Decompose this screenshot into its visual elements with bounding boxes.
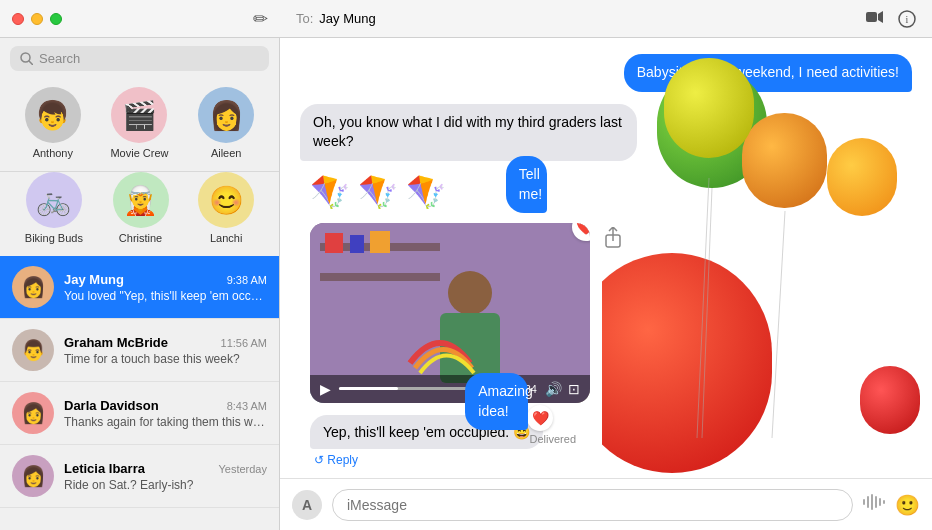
conv-name-jay-mung: Jay Mung: [64, 272, 124, 287]
messages-container: Babysitting this weekend, I need activit…: [280, 38, 932, 478]
conv-details-darla-davidson: Darla Davidson 8:43 AM Thanks again for …: [64, 398, 267, 429]
contact-name-movie-crew: Movie Crew: [110, 147, 168, 159]
recipient-bar: To: Jay Mung i: [280, 0, 932, 38]
conversation-jay-mung[interactable]: 👩 Jay Mung 9:38 AM You loved "Yep, this'…: [0, 256, 279, 319]
conv-details-graham-mcbride: Graham McBride 11:56 AM Time for a touch…: [64, 335, 267, 366]
pinned-contact-movie-crew[interactable]: 🎬 Movie Crew: [110, 87, 168, 159]
delivered-label: Delivered: [465, 433, 580, 445]
svg-rect-8: [320, 273, 440, 281]
traffic-lights: [12, 13, 62, 25]
pinned-contact-christine[interactable]: 🧝 Christine: [113, 172, 169, 244]
svg-rect-23: [883, 500, 885, 504]
conv-name-graham-mcbride: Graham McBride: [64, 335, 168, 350]
pinned-contact-lanchi[interactable]: 😊 Lanchi: [198, 172, 254, 244]
sidebar: Search 👦 Anthony 🎬 Movie Crew: [0, 38, 280, 530]
avatar-movie-crew: 🎬: [111, 87, 167, 143]
conv-avatar-darla-davidson: 👩: [12, 392, 54, 434]
search-icon: [20, 52, 33, 65]
conv-time-darla-davidson: 8:43 AM: [227, 400, 267, 412]
msg-babysitting-row: Babysitting this weekend, I need activit…: [300, 54, 912, 92]
conversation-graham-mcbride[interactable]: 👨 Graham McBride 11:56 AM Time for a tou…: [0, 319, 279, 382]
contact-name-biking-buds: Biking Buds: [25, 232, 83, 244]
emoji-button[interactable]: 🙂: [895, 493, 920, 517]
pinned-contacts-row2: 🚲 Biking Buds 🧝 Christine 😊 Lanchi: [0, 172, 279, 256]
conversation-darla-davidson[interactable]: 👩 Darla Davidson 8:43 AM Thanks again fo…: [0, 382, 279, 445]
msg-babysitting: Babysitting this weekend, I need activit…: [624, 54, 912, 92]
play-button[interactable]: ▶: [320, 381, 331, 397]
conv-name-leticia-ibarra: Leticia Ibarra: [64, 461, 145, 476]
pinned-contact-anthony[interactable]: 👦 Anthony: [25, 87, 81, 159]
share-button[interactable]: [600, 223, 626, 253]
msg-third-graders-row: Oh, you know what I did with my third gr…: [300, 104, 912, 161]
conv-avatar-graham-mcbride: 👨: [12, 329, 54, 371]
svg-rect-19: [867, 496, 869, 508]
conv-preview-darla-davidson: Thanks again for taking them this weeken…: [64, 415, 267, 429]
video-row: ▶ 0:34 🔊 ⊡ ❤️: [300, 223, 912, 403]
conv-time-leticia-ibarra: Yesterday: [218, 463, 267, 475]
conv-avatar-jay-mung: 👩: [12, 266, 54, 308]
conversation-list: 👩 Jay Mung 9:38 AM You loved "Yep, this'…: [0, 256, 279, 530]
svg-text:i: i: [906, 14, 909, 25]
amazing-idea-row: Amazing idea! Delivered: [465, 373, 580, 445]
pinned-contact-biking-buds[interactable]: 🚲 Biking Buds: [25, 172, 83, 244]
contact-name-aileen: Aileen: [211, 147, 242, 159]
svg-rect-0: [866, 12, 877, 22]
minimize-button[interactable]: [31, 13, 43, 25]
close-button[interactable]: [12, 13, 24, 25]
sticker-kite-1: 🪁: [310, 173, 350, 211]
avatar-lanchi: 😊: [198, 172, 254, 228]
pinned-contact-aileen[interactable]: 👩 Aileen: [198, 87, 254, 159]
recipient-label: To:: [296, 11, 313, 26]
header-icons: i: [866, 10, 916, 28]
avatar-aileen: 👩: [198, 87, 254, 143]
sticker-kite-2: 🪁: [358, 173, 398, 211]
conv-time-jay-mung: 9:38 AM: [227, 274, 267, 286]
svg-rect-21: [875, 496, 877, 508]
contact-name-lanchi: Lanchi: [210, 232, 242, 244]
conv-name-darla-davidson: Darla Davidson: [64, 398, 159, 413]
info-icon[interactable]: i: [898, 10, 916, 28]
app-icon: A: [302, 497, 312, 513]
svg-point-12: [448, 271, 492, 315]
conv-details-leticia-ibarra: Leticia Ibarra Yesterday Ride on Sat.? E…: [64, 461, 267, 492]
video-call-icon[interactable]: [866, 10, 884, 28]
search-bar[interactable]: Search: [10, 46, 269, 71]
tell-me-row: Tell me!: [506, 156, 580, 213]
svg-rect-10: [350, 235, 364, 253]
app-button[interactable]: A: [292, 490, 322, 520]
svg-rect-20: [871, 494, 873, 510]
chat-area: Babysitting this weekend, I need activit…: [280, 38, 932, 530]
conv-preview-jay-mung: You loved "Yep, this'll keep 'em occupie…: [64, 289, 267, 303]
avatar-christine: 🧝: [113, 172, 169, 228]
input-bar: A 🙂: [280, 478, 932, 530]
conv-preview-leticia-ibarra: Ride on Sat.? Early-ish?: [64, 478, 267, 492]
stickers-row: 🪁 🪁 🪁: [300, 173, 912, 211]
contact-name-christine: Christine: [119, 232, 162, 244]
svg-rect-22: [879, 498, 881, 506]
reply-button[interactable]: Reply: [310, 453, 358, 467]
conv-avatar-leticia-ibarra: 👩: [12, 455, 54, 497]
maximize-button[interactable]: [50, 13, 62, 25]
recipient-name: Jay Mung: [319, 11, 375, 26]
msg-third-graders: Oh, you know what I did with my third gr…: [300, 104, 637, 161]
conv-details-jay-mung: Jay Mung 9:38 AM You loved "Yep, this'll…: [64, 272, 267, 303]
svg-rect-18: [863, 499, 865, 505]
search-placeholder: Search: [39, 51, 80, 66]
avatar-biking-buds: 🚲: [26, 172, 82, 228]
svg-rect-9: [325, 233, 343, 253]
waveform-icon: [863, 493, 885, 516]
avatar-anthony: 👦: [25, 87, 81, 143]
tell-me-bubble: Tell me!: [506, 156, 547, 213]
svg-rect-11: [370, 231, 390, 253]
pinned-contacts: 👦 Anthony 🎬 Movie Crew 👩 Aileen: [0, 79, 279, 172]
conv-time-graham-mcbride: 11:56 AM: [221, 337, 267, 349]
message-input[interactable]: [332, 489, 853, 521]
svg-marker-1: [878, 11, 883, 23]
amazing-idea-bubble: Amazing idea!: [465, 373, 528, 430]
conversation-leticia-ibarra[interactable]: 👩 Leticia Ibarra Yesterday Ride on Sat.?…: [0, 445, 279, 508]
compose-button[interactable]: ✏: [253, 8, 268, 30]
progress-fill: [339, 387, 398, 390]
svg-line-5: [29, 61, 33, 65]
reply-section: ❤️ Yep, this'll keep 'em occupied. 😄 Rep…: [300, 415, 912, 467]
sticker-kite-3: 🪁: [406, 173, 446, 211]
